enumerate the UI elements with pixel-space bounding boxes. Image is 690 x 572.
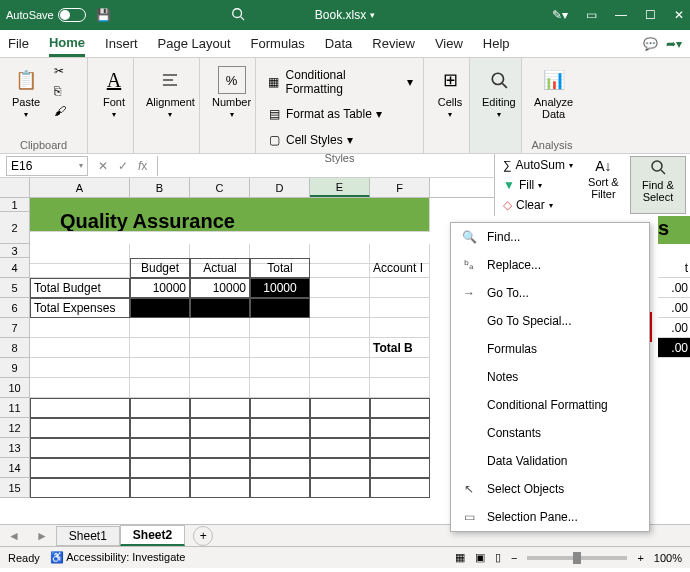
cells-button[interactable]: ⊞ Cells▾ bbox=[430, 62, 470, 123]
cell[interactable]: 10000 bbox=[190, 278, 250, 298]
maximize-icon[interactable]: ☐ bbox=[645, 8, 656, 22]
menu-select-objects[interactable]: ↖Select Objects bbox=[451, 475, 649, 503]
view-normal-icon[interactable]: ▦ bbox=[455, 551, 465, 564]
sheet-tab[interactable]: Sheet2 bbox=[120, 525, 185, 546]
row-header[interactable]: 13 bbox=[0, 438, 30, 458]
row-header[interactable]: 4 bbox=[0, 258, 30, 278]
cell[interactable]: .00 bbox=[658, 338, 690, 358]
close-icon[interactable]: ✕ bbox=[674, 8, 684, 22]
cell[interactable]: 10000 bbox=[250, 278, 310, 298]
cell[interactable]: Total B bbox=[370, 338, 430, 358]
number-button[interactable]: % Number▾ bbox=[206, 62, 257, 123]
cell-styles-button[interactable]: ▢Cell Styles ▾ bbox=[262, 130, 417, 150]
fill-button[interactable]: ▼ Fill ▾ bbox=[499, 176, 577, 194]
add-sheet-button[interactable]: + bbox=[193, 526, 213, 546]
view-page-break-icon[interactable]: ▯ bbox=[495, 551, 501, 564]
accessibility-status[interactable]: ♿ Accessibility: Investigate bbox=[50, 551, 186, 564]
alignment-button[interactable]: Alignment▾ bbox=[140, 62, 201, 123]
col-header[interactable]: B bbox=[130, 178, 190, 197]
tab-help[interactable]: Help bbox=[483, 32, 510, 55]
name-box[interactable]: E16▾ bbox=[6, 156, 88, 176]
tab-home[interactable]: Home bbox=[49, 31, 85, 57]
cell[interactable]: Total bbox=[250, 258, 310, 278]
row-header[interactable]: 2 bbox=[0, 212, 30, 244]
row-header[interactable]: 9 bbox=[0, 358, 30, 378]
row-header[interactable]: 7 bbox=[0, 318, 30, 338]
col-header[interactable]: C bbox=[190, 178, 250, 197]
row-header[interactable]: 1 bbox=[0, 198, 30, 212]
menu-notes[interactable]: Notes bbox=[451, 363, 649, 391]
menu-replace[interactable]: ᵇₐReplace... bbox=[451, 251, 649, 279]
share-icon[interactable]: ➦▾ bbox=[666, 37, 682, 51]
menu-data-validation[interactable]: Data Validation bbox=[451, 447, 649, 475]
tab-data[interactable]: Data bbox=[325, 32, 352, 55]
menu-selection-pane[interactable]: ▭Selection Pane... bbox=[451, 503, 649, 531]
cell[interactable]: .00 bbox=[658, 278, 690, 298]
row-header[interactable]: 12 bbox=[0, 418, 30, 438]
col-header[interactable]: A bbox=[30, 178, 130, 197]
autosave-toggle[interactable]: AutoSave bbox=[6, 8, 86, 22]
zoom-slider[interactable] bbox=[527, 556, 627, 560]
row-header[interactable]: 15 bbox=[0, 478, 30, 498]
file-name[interactable]: Book.xlsx▾ bbox=[315, 8, 375, 22]
font-button[interactable]: A Font▾ bbox=[94, 62, 134, 123]
tab-insert[interactable]: Insert bbox=[105, 32, 138, 55]
sheet-tab[interactable]: Sheet1 bbox=[56, 526, 120, 546]
paste-button[interactable]: 📋 Paste▾ bbox=[6, 62, 46, 123]
analyze-data-button[interactable]: 📊 Analyze Data bbox=[528, 62, 579, 124]
editing-button[interactable]: Editing▾ bbox=[476, 62, 522, 123]
menu-goto-special[interactable]: Go To Special... bbox=[451, 307, 649, 335]
menu-constants[interactable]: Constants bbox=[451, 419, 649, 447]
menu-goto[interactable]: →Go To... bbox=[451, 279, 649, 307]
tab-review[interactable]: Review bbox=[372, 32, 415, 55]
menu-formulas[interactable]: Formulas bbox=[451, 335, 649, 363]
row-header[interactable]: 5 bbox=[0, 278, 30, 298]
save-icon[interactable]: 💾 bbox=[96, 8, 111, 22]
row-header[interactable]: 3 bbox=[0, 244, 30, 258]
zoom-in-button[interactable]: + bbox=[637, 552, 643, 564]
format-painter-button[interactable]: 🖌 bbox=[50, 102, 70, 120]
menu-cond-format[interactable]: Conditional Formatting bbox=[451, 391, 649, 419]
tab-page-layout[interactable]: Page Layout bbox=[158, 32, 231, 55]
col-header[interactable]: D bbox=[250, 178, 310, 197]
cell[interactable]: .00 bbox=[658, 298, 690, 318]
select-all-triangle[interactable] bbox=[0, 178, 30, 197]
format-as-table-button[interactable]: ▤Format as Table ▾ bbox=[262, 104, 417, 124]
cell[interactable]: Total Expenses bbox=[30, 298, 130, 318]
copy-button[interactable]: ⎘ bbox=[50, 82, 70, 100]
pen-icon[interactable]: ✎▾ bbox=[552, 8, 568, 22]
fx-icon[interactable]: fx bbox=[138, 159, 147, 173]
row-header[interactable]: 14 bbox=[0, 458, 30, 478]
cell[interactable]: Total Budget bbox=[30, 278, 130, 298]
cut-button[interactable]: ✂ bbox=[50, 62, 70, 80]
menu-find[interactable]: 🔍Find... bbox=[451, 223, 649, 251]
sort-filter-button[interactable]: A↓ Sort & Filter bbox=[579, 156, 628, 214]
view-page-layout-icon[interactable]: ▣ bbox=[475, 551, 485, 564]
cell[interactable]: Account I bbox=[370, 258, 430, 278]
find-select-button[interactable]: Find & Select bbox=[630, 156, 686, 214]
search-icon[interactable] bbox=[231, 7, 245, 24]
row-header[interactable]: 10 bbox=[0, 378, 30, 398]
cell[interactable]: .00 bbox=[658, 318, 690, 338]
minimize-icon[interactable]: — bbox=[615, 8, 627, 22]
row-header[interactable]: 8 bbox=[0, 338, 30, 358]
row-header[interactable]: 11 bbox=[0, 398, 30, 418]
cancel-formula-icon[interactable]: ✕ bbox=[98, 159, 108, 173]
cell[interactable]: Budget bbox=[130, 258, 190, 278]
cell[interactable]: 10000 bbox=[130, 278, 190, 298]
tab-file[interactable]: File bbox=[8, 32, 29, 55]
cell[interactable]: t bbox=[658, 258, 690, 278]
row-header[interactable]: 6 bbox=[0, 298, 30, 318]
zoom-out-button[interactable]: − bbox=[511, 552, 517, 564]
zoom-level[interactable]: 100% bbox=[654, 552, 682, 564]
sheet-nav-prev[interactable]: ◄ bbox=[0, 529, 28, 543]
cell[interactable]: Actual bbox=[190, 258, 250, 278]
autosum-button[interactable]: ∑ AutoSum ▾ bbox=[499, 156, 577, 174]
tab-formulas[interactable]: Formulas bbox=[251, 32, 305, 55]
col-header[interactable]: F bbox=[370, 178, 430, 197]
conditional-formatting-button[interactable]: ▦Conditional Formatting ▾ bbox=[262, 66, 417, 98]
sheet-nav-next[interactable]: ► bbox=[28, 529, 56, 543]
clear-button[interactable]: ◇ Clear ▾ bbox=[499, 196, 577, 214]
ribbon-display-icon[interactable]: ▭ bbox=[586, 8, 597, 22]
comments-icon[interactable]: 💬 bbox=[643, 37, 658, 51]
